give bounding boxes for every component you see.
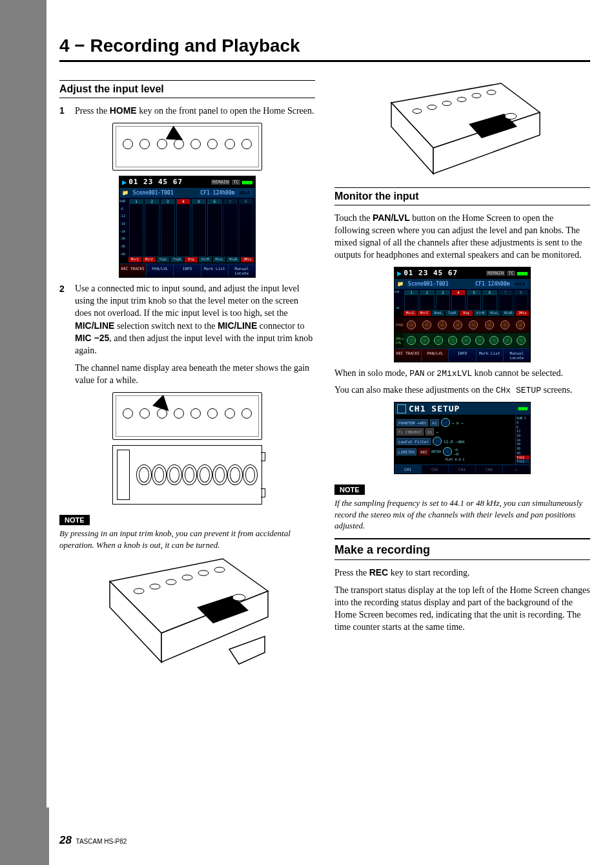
page-content: 4 − Recording and Playback Adjust the in… [46,0,616,671]
mb: key to start recording. [388,568,469,578]
step-2: 2 Use a connected mic to input sound, an… [59,283,315,357]
meter-label: METER [431,450,441,453]
rec-tag[interactable]: REC [418,448,429,455]
t: 7 [499,290,512,295]
info-button[interactable]: INFO [449,349,476,362]
scene-name: Scene001-T001 [132,190,175,196]
svg-point-18 [457,98,466,102]
chx-mono: CHx SETUP [496,386,541,395]
t: 7 [224,199,237,204]
footer-model: TASCAM HS-P82 [76,838,127,845]
step-2-text: Use a connected mic to input sound, and … [75,283,315,357]
section-monitor-input: Monitor the input [334,187,590,205]
section-adjust-title: Adjust the input level [59,83,315,98]
tc-chip: TC [232,180,240,185]
page-number: 28 [59,834,72,846]
sb: knob cannot be selected. [472,368,563,378]
step-1-number: 1 [59,105,68,118]
ml: -36 [119,244,127,248]
d1-tag[interactable]: D1 [426,428,434,435]
t: 2 [145,199,158,204]
ml: -48 [119,252,127,256]
t: 8 [240,199,252,204]
section-make-recording: Make a recording [334,538,590,560]
step-1-text: Press the HOME key on the front panel to… [75,105,315,118]
s2d: , and then adjust the input level with t… [75,333,313,355]
t: 6 [208,199,221,204]
fs-tag[interactable]: Fs CONVERT [396,428,424,435]
step-1-a: Press the [75,106,110,116]
solo-badge: SOLO [238,191,251,196]
svg-point-6 [182,575,192,580]
pan-lvl-button[interactable]: PAN/LVL [147,264,174,277]
step-2-number: 2 [59,283,68,357]
ml: 0dB [119,199,127,203]
panlvl-screen-image: ▶ 01 23 45 67 REMAIN TC ■■■ 📁 Scene001-T… [334,267,590,362]
perspective-device-image [100,556,274,669]
rec-tracks-button[interactable]: REC TRACKS [119,264,147,277]
t: 5 [467,290,480,295]
chapter-rule [59,60,590,62]
ml: -12 [119,214,127,218]
section-adjust-input: Adjust the input level [59,80,315,98]
phantom-tag[interactable]: PHANTOM +48V [396,419,428,426]
next-tab[interactable]: ▷ [503,465,530,474]
step-2-follow: The channel name display area beneath th… [75,362,315,387]
t: 1 [405,290,418,295]
ch1-tab[interactable]: CH1 [395,465,422,474]
note-2-text: If the sampling frequency is set to 44.1… [334,497,590,532]
page-footer: 28 TASCAM HS-P82 [59,834,127,847]
left-column: Adjust the input level 1 Press the HOME … [59,78,315,671]
ch3-tab[interactable]: CH3 [449,465,476,474]
manual-locate-button[interactable]: Manual Locate [229,264,255,277]
section-make-title: Make a recording [334,543,590,557]
time-counter: 01 23 45 67 [128,178,209,186]
ch-setup-image: CH1 SETUP■■■ PHANTOM +48VA1→ ∅ → Fs CONV… [334,402,590,474]
limiter-tag[interactable]: LIMITER [396,448,416,455]
ma: Press the [334,568,369,578]
lowcut-tag[interactable]: LowCut Filter [396,438,431,445]
back-icon[interactable] [397,404,406,413]
a1-tag[interactable]: A1 [430,419,438,426]
mic25: MIC −25 [75,333,109,343]
rec-tracks-button[interactable]: REC TRACKS [395,349,422,362]
pan-lvl-button[interactable]: PAN/LVL [422,349,449,362]
sa: When in solo mode, [334,368,409,378]
t: 3 [436,290,449,295]
mark-list-button[interactable]: Mark List [477,349,504,362]
remain-chip: REMAIN [211,180,230,185]
chx-para: You can also make these adjustments on t… [334,384,590,397]
svg-point-7 [198,570,209,576]
svg-marker-11 [229,636,265,664]
two-column-layout: Adjust the input level 1 Press the HOME … [59,78,590,671]
solo-badge: SOLO [513,282,526,287]
t: 4 [452,290,465,295]
svg-point-16 [427,105,436,110]
ch2-tab[interactable]: CH2 [422,465,449,474]
mix-mono: 2MixLVL [436,369,472,379]
play-label: PLAY [445,457,453,461]
info-button[interactable]: INFO [174,264,201,277]
lowcut-knob-icon[interactable] [433,437,442,446]
page-sidebar [0,0,46,865]
monitor-para: Touch the PAN/LVL button on the Home Scr… [334,212,590,262]
cb: screens. [541,385,572,395]
ch4-tab[interactable]: CH4 [476,465,503,474]
svg-point-5 [166,579,176,585]
input-knob-icon[interactable] [441,418,450,427]
make-para-2: The transport status display at the top … [334,585,590,634]
right-column: Monitor the input Touch the PAN/LVL butt… [334,78,590,671]
manual-locate-button[interactable]: Manual Locate [504,349,530,362]
micline-1: MIC/LINE [75,320,114,331]
solo-para: When in solo mode, PAN or 2MixLVL knob c… [334,368,590,380]
svg-point-15 [413,109,422,114]
t: 3 [161,199,174,204]
t: 2 [420,290,433,295]
note-tag-1: NOTE [59,515,90,525]
mark-list-button[interactable]: Mark List [201,264,229,277]
ml: -6 [119,207,127,211]
lvl-knob-icon[interactable] [443,447,452,456]
chsetup-title: CH1 SETUP [409,404,516,413]
t: 1 [130,199,143,204]
tc-chip: TC [507,271,515,276]
